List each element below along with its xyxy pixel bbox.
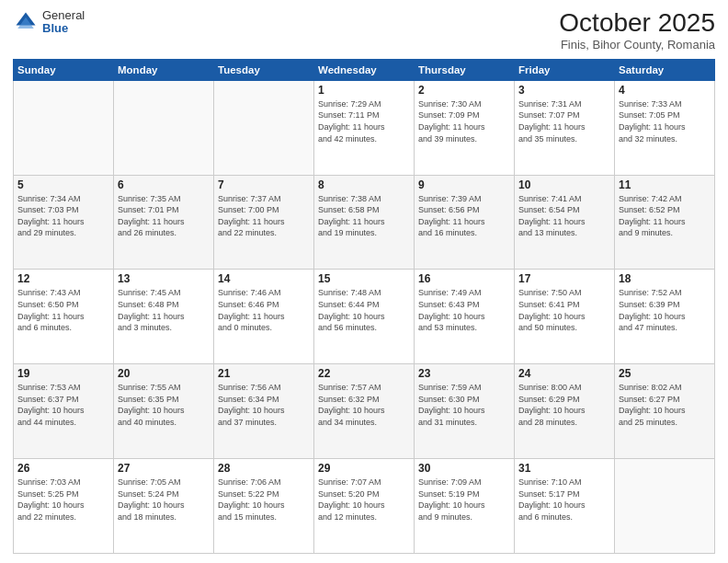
table-row: 31Sunrise: 7:10 AM Sunset: 5:17 PM Dayli… [515,459,615,554]
col-wednesday: Wednesday [314,59,415,80]
day-info: Sunrise: 7:50 AM Sunset: 6:41 PM Dayligh… [518,287,610,333]
table-row: 2Sunrise: 7:30 AM Sunset: 7:09 PM Daylig… [415,80,515,175]
table-row [615,459,715,554]
day-number: 13 [118,272,210,285]
day-info: Sunrise: 7:05 AM Sunset: 5:24 PM Dayligh… [118,477,210,523]
page: General Blue October 2025 Finis, Bihor C… [0,0,728,563]
day-info: Sunrise: 7:09 AM Sunset: 5:19 PM Dayligh… [418,477,510,523]
day-number: 26 [17,462,109,475]
day-info: Sunrise: 7:57 AM Sunset: 6:32 PM Dayligh… [318,382,410,428]
table-row: 6Sunrise: 7:35 AM Sunset: 7:01 PM Daylig… [114,175,214,270]
day-info: Sunrise: 7:55 AM Sunset: 6:35 PM Dayligh… [118,382,210,428]
table-row: 3Sunrise: 7:31 AM Sunset: 7:07 PM Daylig… [515,80,615,175]
day-info: Sunrise: 7:34 AM Sunset: 7:03 PM Dayligh… [17,193,109,239]
table-row: 14Sunrise: 7:46 AM Sunset: 6:46 PM Dayli… [214,270,314,364]
day-info: Sunrise: 7:49 AM Sunset: 6:43 PM Dayligh… [418,287,510,333]
day-info: Sunrise: 7:33 AM Sunset: 7:05 PM Dayligh… [619,98,711,144]
col-saturday: Saturday [615,59,715,80]
col-sunday: Sunday [14,59,114,80]
table-row [214,80,314,175]
calendar-week-row: 19Sunrise: 7:53 AM Sunset: 6:37 PM Dayli… [14,364,715,459]
day-number: 18 [619,272,711,285]
day-info: Sunrise: 7:43 AM Sunset: 6:50 PM Dayligh… [17,287,109,333]
day-info: Sunrise: 7:38 AM Sunset: 6:58 PM Dayligh… [318,193,410,239]
table-row: 7Sunrise: 7:37 AM Sunset: 7:00 PM Daylig… [214,175,314,270]
day-info: Sunrise: 7:42 AM Sunset: 6:52 PM Dayligh… [619,193,711,239]
table-row: 17Sunrise: 7:50 AM Sunset: 6:41 PM Dayli… [515,270,615,364]
table-row: 16Sunrise: 7:49 AM Sunset: 6:43 PM Dayli… [415,270,515,364]
day-number: 16 [418,272,510,285]
day-info: Sunrise: 7:10 AM Sunset: 5:17 PM Dayligh… [518,477,610,523]
location-subtitle: Finis, Bihor County, Romania [559,38,715,52]
table-row: 19Sunrise: 7:53 AM Sunset: 6:37 PM Dayli… [14,364,114,459]
day-info: Sunrise: 7:39 AM Sunset: 6:56 PM Dayligh… [418,193,510,239]
day-info: Sunrise: 7:53 AM Sunset: 6:37 PM Dayligh… [17,382,109,428]
day-info: Sunrise: 7:45 AM Sunset: 6:48 PM Dayligh… [118,287,210,333]
day-info: Sunrise: 7:31 AM Sunset: 7:07 PM Dayligh… [518,98,610,144]
day-number: 3 [518,84,610,97]
day-info: Sunrise: 7:56 AM Sunset: 6:34 PM Dayligh… [218,382,310,428]
table-row: 18Sunrise: 7:52 AM Sunset: 6:39 PM Dayli… [615,270,715,364]
table-row: 12Sunrise: 7:43 AM Sunset: 6:50 PM Dayli… [14,270,114,364]
day-number: 5 [17,178,109,191]
day-number: 22 [318,367,410,380]
table-row: 27Sunrise: 7:05 AM Sunset: 5:24 PM Dayli… [114,459,214,554]
col-monday: Monday [114,59,214,80]
calendar-week-row: 12Sunrise: 7:43 AM Sunset: 6:50 PM Dayli… [14,270,715,364]
day-info: Sunrise: 7:59 AM Sunset: 6:30 PM Dayligh… [418,382,510,428]
table-row: 29Sunrise: 7:07 AM Sunset: 5:20 PM Dayli… [314,459,415,554]
calendar-week-row: 26Sunrise: 7:03 AM Sunset: 5:25 PM Dayli… [14,459,715,554]
day-info: Sunrise: 7:46 AM Sunset: 6:46 PM Dayligh… [218,287,310,333]
day-number: 20 [118,367,210,380]
day-number: 14 [218,272,310,285]
col-friday: Friday [515,59,615,80]
day-info: Sunrise: 7:52 AM Sunset: 6:39 PM Dayligh… [619,287,711,333]
day-info: Sunrise: 8:00 AM Sunset: 6:29 PM Dayligh… [518,382,610,428]
table-row: 15Sunrise: 7:48 AM Sunset: 6:44 PM Dayli… [314,270,415,364]
day-number: 12 [17,272,109,285]
day-info: Sunrise: 7:30 AM Sunset: 7:09 PM Dayligh… [418,98,510,144]
table-row: 21Sunrise: 7:56 AM Sunset: 6:34 PM Dayli… [214,364,314,459]
day-number: 30 [418,462,510,475]
day-number: 31 [518,462,610,475]
table-row: 23Sunrise: 7:59 AM Sunset: 6:30 PM Dayli… [415,364,515,459]
day-number: 10 [518,178,610,191]
day-number: 6 [118,178,210,191]
day-info: Sunrise: 7:29 AM Sunset: 7:11 PM Dayligh… [318,98,410,144]
calendar-week-row: 5Sunrise: 7:34 AM Sunset: 7:03 PM Daylig… [14,175,715,270]
day-info: Sunrise: 7:35 AM Sunset: 7:01 PM Dayligh… [118,193,210,239]
table-row: 26Sunrise: 7:03 AM Sunset: 5:25 PM Dayli… [14,459,114,554]
calendar-week-row: 1Sunrise: 7:29 AM Sunset: 7:11 PM Daylig… [14,80,715,175]
day-number: 23 [418,367,510,380]
day-info: Sunrise: 7:03 AM Sunset: 5:25 PM Dayligh… [17,477,109,523]
day-number: 21 [218,367,310,380]
title-block: October 2025 Finis, Bihor County, Romani… [559,9,715,52]
table-row: 24Sunrise: 8:00 AM Sunset: 6:29 PM Dayli… [515,364,615,459]
table-row: 30Sunrise: 7:09 AM Sunset: 5:19 PM Dayli… [415,459,515,554]
table-row: 4Sunrise: 7:33 AM Sunset: 7:05 PM Daylig… [615,80,715,175]
day-number: 1 [318,84,410,97]
day-number: 25 [619,367,711,380]
table-row: 5Sunrise: 7:34 AM Sunset: 7:03 PM Daylig… [14,175,114,270]
calendar-header-row: Sunday Monday Tuesday Wednesday Thursday… [14,59,715,80]
day-number: 8 [318,178,410,191]
day-info: Sunrise: 7:07 AM Sunset: 5:20 PM Dayligh… [318,477,410,523]
day-number: 11 [619,178,711,191]
day-number: 4 [619,84,711,97]
table-row: 25Sunrise: 8:02 AM Sunset: 6:27 PM Dayli… [615,364,715,459]
table-row: 9Sunrise: 7:39 AM Sunset: 6:56 PM Daylig… [415,175,515,270]
day-number: 15 [318,272,410,285]
col-tuesday: Tuesday [214,59,314,80]
day-number: 29 [318,462,410,475]
table-row: 22Sunrise: 7:57 AM Sunset: 6:32 PM Dayli… [314,364,415,459]
table-row: 8Sunrise: 7:38 AM Sunset: 6:58 PM Daylig… [314,175,415,270]
table-row: 28Sunrise: 7:06 AM Sunset: 5:22 PM Dayli… [214,459,314,554]
logo-general-text: General [42,9,85,22]
logo-text: General Blue [42,9,85,36]
table-row: 20Sunrise: 7:55 AM Sunset: 6:35 PM Dayli… [114,364,214,459]
header: General Blue October 2025 Finis, Bihor C… [13,9,715,52]
table-row [114,80,214,175]
day-number: 28 [218,462,310,475]
table-row: 10Sunrise: 7:41 AM Sunset: 6:54 PM Dayli… [515,175,615,270]
day-info: Sunrise: 8:02 AM Sunset: 6:27 PM Dayligh… [619,382,711,428]
